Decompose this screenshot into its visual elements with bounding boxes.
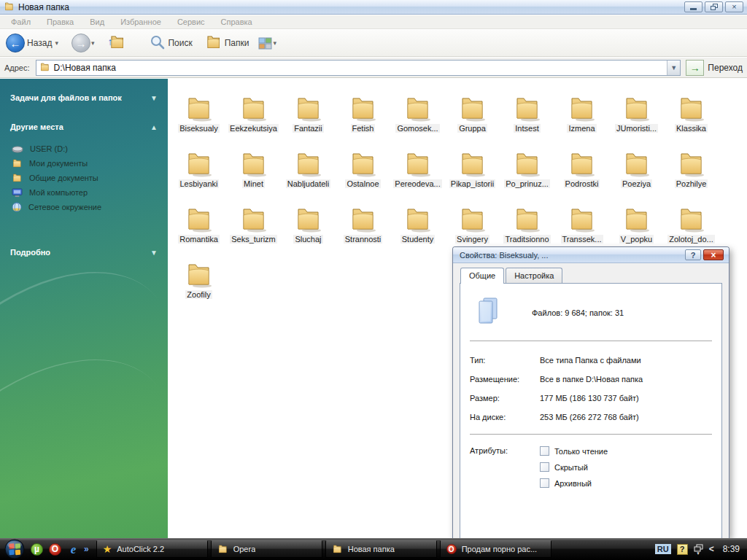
folder-item[interactable]: Studenty bbox=[390, 192, 445, 247]
chevron-down-icon[interactable]: ▼ bbox=[150, 94, 158, 102]
menu-tools[interactable]: Сервис bbox=[169, 18, 213, 26]
folder-item[interactable]: Pereodeva... bbox=[390, 136, 445, 192]
go-button[interactable]: → bbox=[686, 60, 704, 76]
taskbar-button-opera-page[interactable]: O Продам порно рас... bbox=[440, 540, 551, 558]
help-icon: ? bbox=[691, 251, 696, 260]
folder-item[interactable]: Sluchaj bbox=[281, 192, 336, 247]
folder-item[interactable]: Gruppa bbox=[445, 81, 500, 136]
menu-favorites[interactable]: Избранное bbox=[112, 18, 169, 26]
folder-item[interactable]: Strannosti bbox=[336, 192, 390, 247]
taskbar-button-autoclick[interactable]: ★ AutoClick 2.2 bbox=[96, 540, 208, 558]
folder-item[interactable]: Podrostki bbox=[554, 136, 609, 192]
folder-item[interactable]: Traditsionno bbox=[500, 192, 554, 247]
tray-collapse-icon[interactable]: < bbox=[709, 544, 714, 554]
address-dropdown[interactable]: ▼ bbox=[667, 61, 680, 75]
folder-label: Izmena bbox=[567, 124, 596, 133]
close-button[interactable]: × bbox=[725, 1, 743, 12]
folder-label: Fantazii bbox=[293, 124, 324, 133]
folder-item[interactable]: Pikap_istorii bbox=[445, 136, 500, 192]
back-dropdown[interactable]: ▾ bbox=[55, 39, 58, 47]
sidebar-item-network[interactable]: Сетевое окружение bbox=[12, 200, 158, 214]
folder-icon bbox=[239, 206, 269, 235]
dialog-close-button[interactable]: × bbox=[703, 249, 724, 260]
folder-item[interactable]: Klassika bbox=[664, 81, 719, 136]
checkbox-hidden[interactable] bbox=[540, 462, 549, 472]
up-button[interactable]: ↑ bbox=[109, 34, 128, 52]
back-label[interactable]: Назад bbox=[27, 38, 52, 48]
folder-item[interactable]: Minet bbox=[226, 136, 281, 192]
forward-button[interactable]: → bbox=[71, 34, 90, 52]
internet-explorer-icon[interactable]: e bbox=[67, 543, 80, 556]
tray-help-icon[interactable]: ? bbox=[677, 544, 688, 555]
folder-item[interactable]: Ostalnoe bbox=[336, 136, 390, 192]
folder-icon bbox=[184, 206, 214, 235]
taskbar-button-new-folder[interactable]: Новая папка bbox=[325, 540, 437, 558]
menu-file[interactable]: Файл bbox=[3, 18, 39, 26]
opera-icon[interactable]: O bbox=[49, 543, 61, 556]
taskbar-button-opera-folder[interactable]: Opera bbox=[211, 540, 322, 558]
folder-item[interactable]: Zolotoj_do... bbox=[664, 192, 719, 247]
folder-item[interactable]: Po_prinuz... bbox=[500, 136, 554, 192]
menu-bar: Файл Правка Вид Избранное Сервис Справка bbox=[0, 15, 747, 29]
section-other-places[interactable]: Другие места ▲ bbox=[10, 122, 158, 131]
chevron-up-icon[interactable]: ▲ bbox=[150, 123, 158, 131]
utorrent-icon[interactable]: µ bbox=[31, 543, 43, 556]
start-button[interactable] bbox=[4, 539, 25, 559]
folder-item[interactable]: V_popku bbox=[609, 192, 664, 247]
folder-item[interactable]: Fantazii bbox=[281, 81, 336, 136]
search-label[interactable]: Поиск bbox=[168, 38, 192, 48]
forward-dropdown[interactable]: ▾ bbox=[91, 39, 95, 47]
folder-item[interactable]: Fetish bbox=[336, 81, 390, 136]
address-input[interactable] bbox=[54, 63, 667, 73]
folder-item[interactable]: Pozhilye bbox=[664, 136, 719, 192]
address-label: Адрес: bbox=[4, 63, 30, 72]
sidebar-item-shared-documents[interactable]: Общие документы bbox=[12, 171, 158, 185]
section-details[interactable]: Подробно ▼ bbox=[10, 248, 158, 257]
language-indicator[interactable]: RU bbox=[655, 544, 671, 554]
minimize-button[interactable] bbox=[684, 1, 703, 12]
folder-item[interactable]: Izmena bbox=[554, 81, 609, 136]
tab-general[interactable]: Общие bbox=[460, 268, 504, 284]
checkbox-archive[interactable] bbox=[540, 478, 549, 488]
folder-item[interactable]: Svingery bbox=[445, 192, 500, 247]
dialog-help-button[interactable]: ? bbox=[685, 249, 701, 260]
go-label[interactable]: Переход bbox=[708, 63, 743, 73]
menu-help[interactable]: Справка bbox=[213, 18, 260, 26]
folder-icon bbox=[184, 261, 214, 290]
restore-button[interactable] bbox=[705, 1, 723, 12]
sidebar-item-my-computer[interactable]: Мой компьютер bbox=[12, 185, 158, 200]
folder-item[interactable]: JUmoristi... bbox=[609, 81, 664, 136]
close-icon: × bbox=[732, 3, 736, 11]
views-dropdown[interactable]: ▾ bbox=[273, 39, 276, 47]
folder-item[interactable]: Seks_turizm bbox=[226, 192, 281, 247]
folder-label: Podrostki bbox=[564, 179, 600, 188]
sidebar-item-my-documents[interactable]: Мои документы bbox=[12, 156, 158, 171]
checkbox-read-only[interactable] bbox=[540, 446, 549, 456]
folder-item[interactable]: Zoofily bbox=[171, 247, 226, 303]
chevron-down-icon[interactable]: ▼ bbox=[150, 249, 158, 257]
search-icon[interactable] bbox=[150, 34, 166, 52]
section-file-tasks[interactable]: Задачи для файлов и папок ▼ bbox=[10, 93, 158, 102]
folder-label: Pozhilye bbox=[675, 179, 708, 188]
folder-item[interactable]: Intsest bbox=[500, 81, 554, 136]
folders-label[interactable]: Папки bbox=[225, 38, 249, 48]
folder-item[interactable]: Gomosek... bbox=[390, 81, 445, 136]
folders-icon[interactable] bbox=[205, 34, 222, 52]
folder-item[interactable]: Romantika bbox=[171, 192, 226, 247]
folder-item[interactable]: Biseksualy bbox=[171, 81, 226, 136]
menu-edit[interactable]: Правка bbox=[39, 18, 82, 26]
folder-item[interactable]: Lesbiyanki bbox=[171, 136, 226, 192]
sidebar-item-user-d[interactable]: USER (D:) bbox=[12, 141, 158, 156]
back-button[interactable]: ← bbox=[6, 34, 25, 52]
folder-item[interactable]: Nabljudateli bbox=[281, 136, 336, 192]
views-button[interactable]: ▾ bbox=[258, 37, 279, 50]
folder-icon bbox=[512, 206, 543, 235]
folder-item[interactable]: Poeziya bbox=[609, 136, 664, 192]
tab-customize[interactable]: Настройка bbox=[506, 268, 562, 283]
quick-launch-overflow-icon[interactable]: » bbox=[84, 544, 89, 554]
tray-windows-icon[interactable]: ▾ bbox=[694, 544, 703, 555]
folder-item[interactable]: Transsek... bbox=[554, 192, 609, 247]
menu-view[interactable]: Вид bbox=[82, 18, 112, 26]
folder-item[interactable]: Eekzekutsiya bbox=[226, 81, 281, 136]
folder-icon bbox=[332, 544, 343, 554]
